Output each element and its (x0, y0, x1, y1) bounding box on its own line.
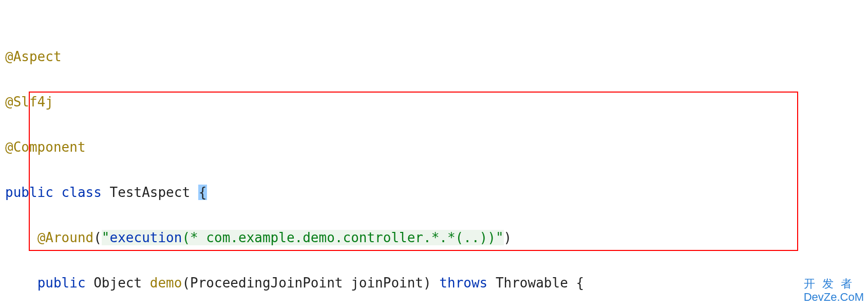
code-editor[interactable]: @Aspect @Slf4j @Component public class T… (0, 0, 868, 307)
watermark-top: 开 发 者 (804, 277, 854, 290)
annotation-around: @Around (37, 230, 94, 245)
watermark-bottom: DevZe.CoM (804, 291, 864, 304)
method-name: demo (150, 275, 182, 291)
annotation-aspect: @Aspect (5, 49, 62, 64)
paren: ( (93, 230, 102, 245)
code-line: @Around("execution(* com.example.demo.co… (5, 226, 868, 249)
brace-open: { (198, 185, 207, 200)
code-line: public class TestAspect { (5, 181, 868, 204)
code-line: @Aspect (5, 45, 868, 68)
execution-keyword: execution (110, 230, 182, 245)
code-line: public Object demo(ProceedingJoinPoint j… (5, 272, 868, 294)
string-quote: " (496, 230, 504, 245)
watermark: 开 发 者 DevZe.CoM (804, 277, 864, 304)
class-name: TestAspect (110, 185, 191, 200)
brace-open: { (576, 275, 584, 291)
annotation-slf4j: @Slf4j (5, 94, 53, 110)
return-type: Object (93, 275, 142, 291)
method-params: (ProceedingJoinPoint joinPoint) (182, 275, 431, 291)
string-quote: " (102, 230, 110, 245)
code-line: @Component (5, 136, 868, 158)
paren: ) (504, 230, 512, 245)
exception-type: Throwable (496, 275, 568, 291)
keyword-public: public (37, 275, 86, 291)
pointcut-expression: (* com.example.demo.controller.*.*(..)) (182, 230, 495, 245)
keyword-class: class (62, 185, 102, 200)
annotation-component: @Component (5, 139, 86, 155)
code-line: @Slf4j (5, 91, 868, 113)
keyword-throws: throws (439, 275, 487, 291)
keyword-public: public (5, 185, 53, 200)
